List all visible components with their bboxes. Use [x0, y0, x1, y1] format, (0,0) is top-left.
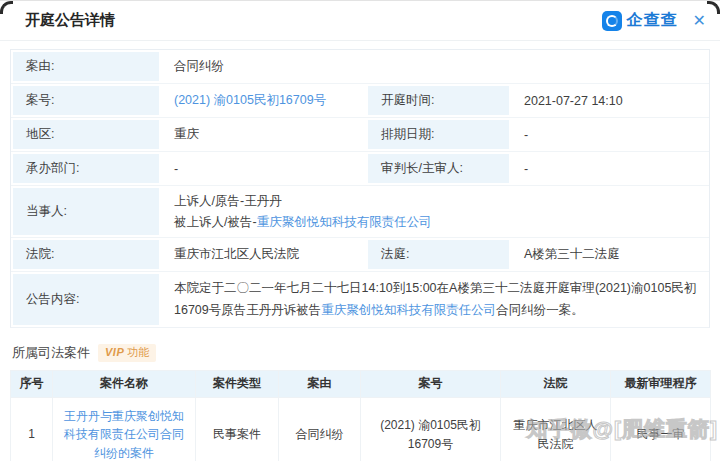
- plaintiff-line: 上诉人/原告-王丹丹: [174, 192, 432, 210]
- defendant-line: 被上诉人/被告-重庆聚创悦知科技有限责任公司: [174, 213, 432, 231]
- row-caseno-time: 案号: (2021) 渝0105民初16709号 开庭时间: 2021-07-2…: [11, 84, 709, 118]
- cell-procedure: 民事一审: [611, 397, 711, 461]
- court-label: 法院:: [11, 238, 161, 271]
- col-header-case-no: 案号: [361, 370, 501, 397]
- case-number-link[interactable]: (2021) 渝0105民初16709号: [174, 92, 326, 109]
- defendant-company-link[interactable]: 重庆聚创悦知科技有限责任公司: [257, 215, 432, 229]
- vip-tag: VIP: [105, 346, 124, 358]
- modal-header: 开庭公告详情 企查查 ✕: [0, 1, 720, 41]
- courtroom-label: 法庭:: [366, 238, 511, 271]
- region-value: 重庆: [161, 118, 366, 151]
- case-number-label: 案号:: [11, 84, 161, 117]
- col-header-case-name: 案件名称: [53, 370, 196, 397]
- cause-label: 案由:: [11, 50, 161, 83]
- judicial-cases-section: 所属司法案件 VIP功能 序号 案件名称 案件类型 案由 案号 法院 最新审理程…: [10, 344, 710, 461]
- cell-case-type: 民事案件: [196, 397, 279, 461]
- parties-value: 上诉人/原告-王丹丹 被上诉人/被告-重庆聚创悦知科技有限责任公司: [161, 186, 709, 237]
- parties-label: 当事人:: [11, 186, 161, 237]
- row-department-judge: 承办部门: - 审判长/主审人: -: [11, 152, 709, 186]
- department-value: -: [161, 152, 366, 185]
- judicial-cases-table: 序号 案件名称 案件类型 案由 案号 法院 最新审理程序 1 王丹丹与重庆聚创悦…: [10, 370, 711, 461]
- row-announcement-content: 公告内容: 本院定于二〇二一年七月二十七日14:10到15:00在A楼第三十二法…: [11, 272, 709, 327]
- qichacha-logo-icon: [602, 11, 622, 31]
- schedule-date-label: 排期日期:: [366, 118, 511, 151]
- col-header-court: 法院: [501, 370, 611, 397]
- department-label: 承办部门:: [11, 152, 161, 185]
- header-right: 企查查 ✕: [602, 10, 706, 31]
- cell-case-no: (2021) 渝0105民初16709号: [361, 397, 501, 461]
- row-region-schedule: 地区: 重庆 排期日期: -: [11, 118, 709, 152]
- page-title: 开庭公告详情: [25, 11, 115, 30]
- court-value: 重庆市江北区人民法院: [161, 238, 366, 271]
- cause-value: 合同纠纷: [161, 50, 709, 83]
- brand-name: 企查查: [627, 10, 678, 31]
- cell-cause: 合同纠纷: [279, 397, 361, 461]
- col-header-no: 序号: [11, 370, 53, 397]
- hearing-time-value: 2021-07-27 14:10: [511, 84, 709, 117]
- judge-value: -: [511, 152, 709, 185]
- content-text-part2: 合同纠纷一案。: [496, 303, 584, 317]
- close-icon[interactable]: ✕: [693, 13, 706, 29]
- region-label: 地区:: [11, 118, 161, 151]
- hearing-detail-table: 案由: 合同纠纷 案号: (2021) 渝0105民初16709号 开庭时间: …: [10, 49, 710, 328]
- row-court-courtroom: 法院: 重庆市江北区人民法院 法庭: A楼第三十二法庭: [11, 238, 709, 272]
- content-value: 本院定于二〇二一年七月二十七日14:10到15:00在A楼第三十二法庭开庭审理(…: [161, 272, 709, 327]
- case-name-link[interactable]: 王丹丹与重庆聚创悦知科技有限责任公司合同纠纷的案件: [64, 409, 184, 460]
- col-header-procedure: 最新审理程序: [611, 370, 711, 397]
- table-header-row: 序号 案件名称 案件类型 案由 案号 法院 最新审理程序: [11, 370, 711, 397]
- hearing-announcement-modal: 开庭公告详情 企查查 ✕ 案由: 合同纠纷 案号: (2021) 渝0105民初…: [0, 0, 720, 461]
- hearing-time-label: 开庭时间:: [366, 84, 511, 117]
- table-row: 1 王丹丹与重庆聚创悦知科技有限责任公司合同纠纷的案件 民事案件 合同纠纷 (2…: [11, 397, 711, 461]
- schedule-date-value: -: [511, 118, 709, 151]
- cell-case-name: 王丹丹与重庆聚创悦知科技有限责任公司合同纠纷的案件: [53, 397, 196, 461]
- col-header-case-type: 案件类型: [196, 370, 279, 397]
- content-label: 公告内容:: [11, 272, 161, 327]
- section-header: 所属司法案件 VIP功能: [12, 344, 710, 362]
- vip-text: 功能: [127, 345, 149, 360]
- case-number-link-wrap: (2021) 渝0105民初16709号: [161, 84, 366, 117]
- section-title: 所属司法案件: [12, 344, 90, 362]
- row-parties: 当事人: 上诉人/原告-王丹丹 被上诉人/被告-重庆聚创悦知科技有限责任公司: [11, 186, 709, 238]
- content-company-link[interactable]: 重庆聚创悦知科技有限责任公司: [321, 303, 496, 317]
- col-header-cause: 案由: [279, 370, 361, 397]
- cell-court: 重庆市江北区人民法院: [501, 397, 611, 461]
- courtroom-value: A楼第三十二法庭: [511, 238, 709, 271]
- vip-badge: VIP功能: [98, 344, 156, 362]
- defendant-prefix: 被上诉人/被告-: [174, 215, 257, 229]
- cell-no: 1: [11, 397, 53, 461]
- row-cause: 案由: 合同纠纷: [11, 50, 709, 84]
- judge-label: 审判长/主审人:: [366, 152, 511, 185]
